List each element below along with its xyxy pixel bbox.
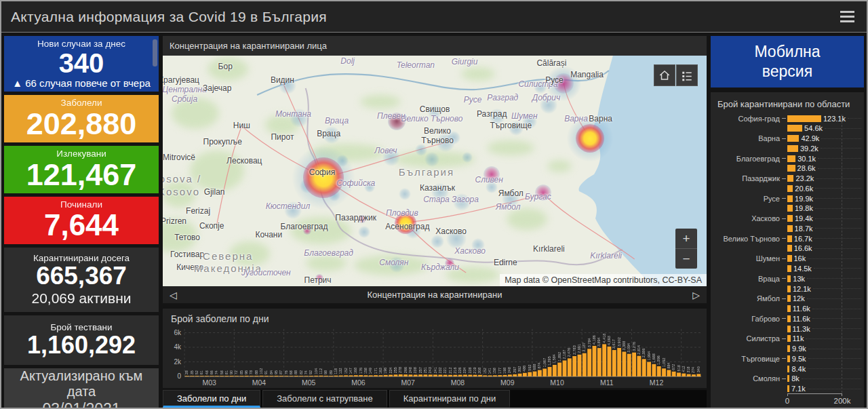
region-bar-chart[interactable]: София-град123.1k54.6kВарна42.9k39.2kБлаг…	[713, 115, 861, 393]
axis-tick	[782, 378, 786, 379]
region-row: Варна42.9k	[713, 135, 861, 142]
svg-text:2,783: 2,783	[572, 345, 576, 355]
home-extent-button[interactable]	[654, 64, 675, 86]
stat-card-title: Починали	[60, 199, 102, 210]
svg-text:2,187: 2,187	[562, 350, 566, 359]
region-axis: 0 200k	[713, 393, 861, 406]
region-bar	[787, 175, 793, 182]
region-bar	[787, 345, 790, 352]
region-bar	[787, 326, 791, 332]
region-label: Шумен	[713, 254, 780, 262]
row-guide	[815, 218, 861, 219]
region-bar	[787, 335, 791, 342]
row-guide	[806, 338, 861, 339]
zoom-in-button[interactable]: +	[675, 229, 697, 248]
region-bar	[787, 165, 795, 172]
svg-text:35: 35	[190, 370, 194, 374]
stat-card: Карантинирани досега665,36720,069 активн…	[4, 248, 159, 312]
region-bar	[787, 125, 802, 132]
region-value: 28.6k	[797, 164, 816, 172]
row-guide	[814, 268, 861, 269]
stat-card: Излекувани121,467	[4, 146, 159, 193]
svg-text:92: 92	[309, 370, 313, 374]
axis-tick	[782, 248, 786, 249]
tab-1[interactable]: Заболели по дни	[163, 390, 260, 408]
region-value: 20.6k	[795, 184, 813, 193]
region-value: 8.4k	[791, 365, 806, 373]
row-guide	[821, 148, 861, 149]
axis-tick	[782, 298, 786, 299]
mobile-version-button[interactable]: Мобилна версия	[711, 36, 864, 87]
region-bar	[787, 225, 793, 232]
svg-text:884: 884	[667, 362, 671, 368]
map-controls	[654, 64, 698, 86]
carousel-prev-arrow[interactable]: ◁	[170, 290, 177, 300]
svg-text:88: 88	[254, 370, 258, 374]
region-row: 39.2k	[713, 144, 861, 152]
svg-text:158: 158	[492, 368, 496, 374]
main-column: Концентрация на карантинирани лица	[163, 36, 707, 408]
region-row: 9.9k	[713, 345, 861, 353]
region-value: 11.6k	[793, 305, 810, 313]
carousel-next-arrow[interactable]: ▷	[692, 290, 700, 300]
svg-text:228: 228	[468, 367, 472, 373]
svg-text:171: 171	[374, 368, 378, 374]
svg-text:0: 0	[177, 373, 181, 381]
region-value: 23.2k	[795, 174, 814, 182]
tab-3[interactable]: Карантинирани по дни	[389, 390, 511, 408]
tab-2[interactable]: Заболели с натрупване	[262, 390, 387, 408]
region-bar	[787, 185, 793, 192]
region-row: Русе19.9k	[713, 195, 861, 202]
svg-text:78: 78	[249, 370, 253, 374]
svg-text:1,396: 1,396	[656, 355, 660, 365]
svg-text:158: 158	[363, 368, 368, 374]
svg-text:177: 177	[498, 368, 502, 374]
stat-card-title: Брой тествани	[50, 322, 112, 332]
region-row: 16.6k	[713, 245, 861, 252]
svg-text:M08: M08	[451, 378, 465, 387]
svg-text:M04: M04	[252, 378, 267, 387]
map-canvas[interactable]: + − Map data © OpenStreetMap contributor…	[163, 56, 707, 286]
region-bar	[787, 145, 798, 152]
legend-button[interactable]	[676, 64, 698, 86]
region-label: Смолян	[713, 374, 780, 383]
svg-text:88: 88	[294, 370, 298, 374]
row-guide	[815, 188, 861, 189]
region-row: 7.1k	[713, 385, 861, 393]
stat-card-value: 1,160,292	[27, 332, 136, 358]
svg-text:3,894: 3,894	[597, 337, 601, 347]
svg-text:M05: M05	[302, 378, 316, 387]
row-guide	[808, 389, 861, 389]
region-label: София-град	[713, 115, 780, 123]
region-row: 54.6k	[713, 125, 861, 132]
region-row: 20.6k	[713, 184, 861, 192]
axis-tick	[782, 188, 786, 189]
svg-text:95: 95	[274, 370, 278, 374]
daily-bar-chart[interactable]: 02k4k6k283552614866745881907285967888102…	[163, 325, 707, 387]
svg-text:3,187: 3,187	[582, 343, 586, 352]
svg-text:2k: 2k	[174, 358, 182, 366]
roads	[217, 81, 635, 273]
svg-text:152: 152	[483, 368, 487, 374]
row-guide	[815, 208, 861, 209]
svg-text:176: 176	[359, 368, 363, 374]
region-value: 19.9k	[795, 195, 813, 203]
region-value: 19.8k	[795, 204, 813, 212]
axis-tick-200k: 200k	[834, 397, 851, 405]
region-bar	[787, 366, 789, 372]
svg-text:1,295: 1,295	[547, 356, 551, 366]
row-guide	[815, 228, 861, 229]
region-bar	[787, 195, 793, 202]
svg-text:74: 74	[214, 370, 218, 374]
region-bar	[787, 286, 791, 292]
stat-card: Нови случаи за днес340▲ 66 случая повече…	[4, 36, 159, 92]
row-guide	[813, 288, 861, 289]
svg-text:6k: 6k	[174, 329, 182, 336]
hamburger-menu-icon[interactable]	[837, 8, 857, 25]
svg-text:248: 248	[408, 367, 412, 373]
scrollbar-thumb[interactable]	[153, 39, 157, 66]
svg-text:66: 66	[210, 370, 214, 374]
legend-list-icon	[681, 69, 693, 81]
stat-card: Брой тествани1,160,292	[4, 315, 159, 365]
zoom-out-button[interactable]: −	[675, 248, 697, 269]
